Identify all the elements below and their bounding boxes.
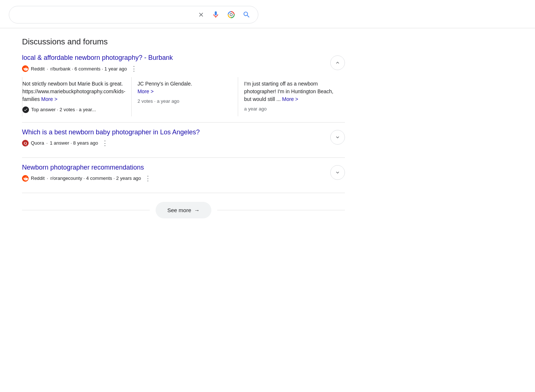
google-lens-button[interactable] (226, 9, 237, 20)
top-answer-badge: Top answer · 2 votes · a year... (22, 106, 125, 113)
discussion-link-3[interactable]: Newborn photographer recommendations (22, 164, 345, 171)
microphone-button[interactable] (210, 9, 221, 20)
source-name-1: Reddit (31, 66, 45, 72)
source-line-1: Reddit · r/burbank · 6 comments · 1 year… (22, 65, 345, 73)
source-dot-3: · (47, 175, 48, 181)
source-meta-2: 1 answer · 8 years ago (50, 140, 98, 146)
answer-text-1: Not strictly newborn but Marie Buck is g… (22, 81, 125, 102)
reddit-logo-1 (22, 65, 29, 72)
main-content: Discussions and forums local & affordabl… (0, 28, 367, 233)
discussion-item-3: Newborn photographer recommendations Red… (22, 164, 345, 193)
reddit-icon-1 (22, 65, 29, 72)
chevron-down-icon-2 (335, 134, 341, 140)
answer-meta-2: 2 votes · a year ago (138, 98, 232, 105)
see-more-line-left (22, 210, 150, 210)
reddit-icon-3 (22, 175, 29, 182)
answer-meta-3: a year ago (244, 105, 339, 113)
top-answer-text: Top answer · 2 votes · a year... (31, 106, 96, 113)
quora-logo-2: Q (22, 140, 29, 146)
expand-button-2[interactable] (330, 130, 345, 145)
clear-icon (198, 11, 204, 18)
svg-point-2 (230, 14, 232, 16)
see-more-container: See more → (22, 202, 345, 218)
source-name-2: Quora (31, 140, 44, 146)
more-link-2[interactable]: More > (138, 88, 154, 94)
section-title: Discussions and forums (22, 37, 345, 47)
more-options-3[interactable]: ⋮ (145, 174, 151, 182)
more-options-1[interactable]: ⋮ (131, 65, 137, 73)
search-button[interactable] (241, 9, 252, 20)
source-line-2: Q Quora · 1 answer · 8 years ago ⋮ (22, 139, 345, 147)
answer-col-3: I'm just starting off as a newborn photo… (238, 77, 345, 116)
reddit-logo-3 (22, 175, 29, 182)
more-link-3[interactable]: More > (282, 96, 298, 102)
see-more-label: See more (167, 207, 191, 213)
source-meta-3: r/orangecounty · 4 comments · 2 years ag… (50, 175, 141, 181)
answers-grid-1: Not strictly newborn but Marie Buck is g… (22, 77, 345, 116)
source-name-3: Reddit (31, 175, 45, 181)
google-lens-icon (227, 11, 235, 19)
more-link-1[interactable]: More > (41, 96, 57, 102)
search-bar: newborn photographer los angeles (9, 6, 258, 23)
svg-point-0 (215, 12, 216, 13)
expand-button-3[interactable] (330, 165, 345, 180)
clear-button[interactable] (196, 10, 206, 19)
chevron-down-icon-3 (335, 170, 341, 175)
answer-text-2: JC Penny's in Glendale. (138, 81, 192, 87)
source-meta-1: r/burbank · 6 comments · 1 year ago (50, 66, 127, 72)
answer-col-1: Not strictly newborn but Marie Buck is g… (22, 77, 132, 116)
discussion-item-2: Which is a best newborn baby photographe… (22, 128, 345, 158)
search-icons (196, 9, 252, 20)
see-more-arrow: → (194, 207, 200, 213)
microphone-icon (212, 11, 220, 19)
more-options-2[interactable]: ⋮ (102, 139, 108, 147)
search-input[interactable]: newborn photographer los angeles (15, 11, 192, 18)
source-dot-2: · (46, 140, 48, 146)
collapse-button-1[interactable] (330, 55, 345, 70)
search-bar-container: newborn photographer los angeles (0, 0, 535, 28)
discussion-item-1: local & affordable newborn photography? … (22, 54, 345, 123)
see-more-line-right (217, 210, 345, 210)
discussion-link-1[interactable]: local & affordable newborn photography? … (22, 54, 345, 62)
discussion-link-2[interactable]: Which is a best newborn baby photographe… (22, 128, 345, 136)
source-dot-1: · (47, 66, 48, 72)
answer-col-2: JC Penny's in Glendale. More > 2 votes ·… (132, 77, 239, 116)
search-icon (243, 11, 251, 19)
source-line-3: Reddit · r/orangecounty · 4 comments · 2… (22, 174, 345, 182)
checkmark-icon (22, 106, 29, 113)
chevron-up-icon (335, 60, 341, 66)
see-more-button[interactable]: See more → (156, 202, 211, 218)
